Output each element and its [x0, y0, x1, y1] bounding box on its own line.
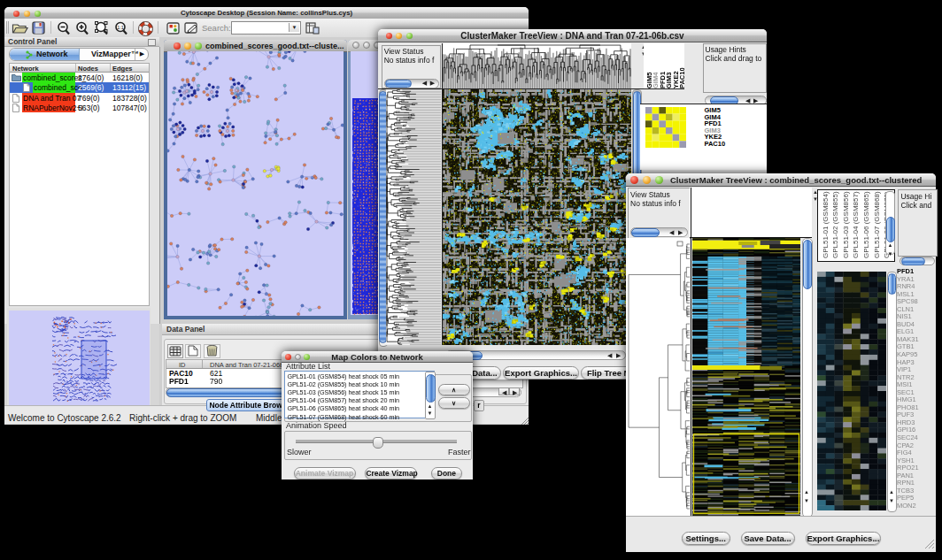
svg-text:1:1: 1:1	[117, 25, 124, 30]
